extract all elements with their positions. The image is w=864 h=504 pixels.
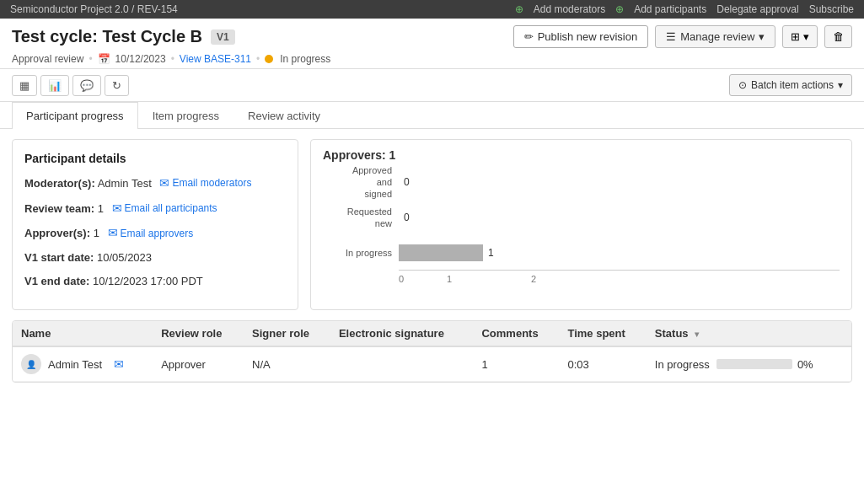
status-dot bbox=[265, 55, 273, 63]
breadcrumb: Semiconductor Project 2.0 / REV-154 bbox=[10, 3, 178, 15]
status-text: In progress bbox=[280, 53, 330, 65]
cell-review-role: Approver bbox=[153, 346, 244, 382]
bar-row-3: In progress 1 bbox=[399, 244, 814, 261]
batch-actions-button[interactable]: ⊙ Batch item actions ▾ bbox=[729, 74, 852, 96]
base-link[interactable]: View BASE-311 bbox=[180, 53, 251, 65]
chevron-down-icon-3: ▾ bbox=[838, 79, 843, 91]
comment-icon: 💬 bbox=[80, 79, 94, 92]
topbar: Semiconductor Project 2.0 / REV-154 ⊕ Ad… bbox=[0, 0, 864, 19]
v1-end-row: V1 end date: 10/12/2023 17:00 PDT bbox=[24, 274, 286, 289]
bar-fill-3 bbox=[399, 244, 483, 261]
view-chart-button[interactable]: 📊 bbox=[40, 75, 69, 96]
v1-start-label: V1 start date: bbox=[24, 251, 94, 264]
tab-item-progress[interactable]: Item progress bbox=[138, 102, 233, 129]
chart-title: Approvers: 1 bbox=[323, 148, 840, 162]
bar-value-1: 0 bbox=[404, 176, 410, 188]
email-icon-3: ✉ bbox=[108, 225, 118, 242]
participant-details-card: Participant details Moderator(s): Admin … bbox=[12, 139, 298, 310]
header: Test cycle: Test Cycle B V1 ✏ Publish ne… bbox=[0, 19, 864, 69]
calendar-icon: 📅 bbox=[98, 53, 110, 65]
table-icon: ▦ bbox=[19, 79, 30, 92]
refresh-icon: ↻ bbox=[112, 79, 121, 92]
bar-wrap-2: 0 bbox=[399, 209, 814, 226]
tab-review-activity[interactable]: Review activity bbox=[233, 102, 335, 129]
user-cell: 👤 Admin Test ✉ bbox=[21, 354, 144, 374]
bar-label-1: Approvedandsigned bbox=[323, 164, 392, 201]
approver-label: Approver(s): bbox=[24, 227, 90, 239]
subscribe-link[interactable]: Subscribe bbox=[809, 3, 854, 15]
table: Name Review role Signer role Electronic … bbox=[13, 321, 851, 382]
email-icon-2: ✉ bbox=[112, 201, 122, 217]
meta-date: 10/12/2023 bbox=[115, 53, 166, 65]
user-icon: 👤 bbox=[26, 360, 36, 369]
col-time-spent: Time spent bbox=[559, 321, 646, 346]
table-header: Name Review role Signer role Electronic … bbox=[13, 321, 851, 346]
page-title: Test cycle: Test Cycle B bbox=[12, 27, 202, 46]
cards-row: Participant details Moderator(s): Admin … bbox=[12, 139, 852, 310]
cell-status: In progress 0% bbox=[647, 346, 851, 382]
avatar: 👤 bbox=[21, 354, 41, 374]
manage-review-button[interactable]: ☰ Manage review ▾ bbox=[655, 25, 775, 48]
pencil-icon: ✏ bbox=[524, 30, 534, 43]
table-body: 👤 Admin Test ✉ Approver N/A 1 0:03 In pr… bbox=[13, 346, 851, 382]
moderator-row: Moderator(s): Admin Test ✉ Email moderat… bbox=[24, 175, 286, 192]
main-content: Participant details Moderator(s): Admin … bbox=[0, 129, 864, 504]
meta-separator-1: • bbox=[89, 53, 92, 65]
email-moderators-link[interactable]: ✉ Email moderators bbox=[159, 175, 251, 192]
progress-bar-wrap: 0% bbox=[716, 358, 813, 371]
view-comments-button[interactable]: 💬 bbox=[72, 75, 101, 96]
export-button[interactable]: ⊞ ▾ bbox=[782, 25, 818, 48]
v1-start-value: 10/05/2023 bbox=[97, 251, 152, 264]
meta-separator-3: • bbox=[256, 53, 260, 65]
email-icon: ✉ bbox=[159, 175, 169, 192]
moderator-value: Admin Test bbox=[98, 177, 152, 190]
email-approvers-link[interactable]: ✉ Email approvers bbox=[108, 225, 194, 242]
add-participants-link[interactable]: Add participants bbox=[634, 3, 706, 15]
approver-value: 1 bbox=[94, 227, 99, 239]
col-signer-role: Signer role bbox=[244, 321, 330, 346]
cell-electronic-sig bbox=[330, 346, 474, 382]
list-icon: ☰ bbox=[666, 30, 676, 43]
meta-separator-2: • bbox=[171, 53, 174, 65]
moderator-label: Moderator(s): bbox=[24, 177, 95, 190]
breadcrumb-area: Semiconductor Project 2.0 / REV-154 bbox=[10, 3, 178, 15]
review-team-value: 1 bbox=[98, 202, 104, 215]
chevron-down-icon: ▾ bbox=[759, 30, 765, 43]
bar-chart-icon: 📊 bbox=[48, 79, 62, 92]
plus-icon: ⊕ bbox=[515, 3, 523, 15]
add-moderators-link[interactable]: Add moderators bbox=[534, 3, 605, 15]
bar-chart: Approvedandsigned 0 Requestednew 0 bbox=[323, 174, 840, 261]
bar-row-1: Approvedandsigned 0 bbox=[399, 174, 814, 190]
approvers-chart-card: Approvers: 1 Approvedandsigned 0 Request… bbox=[310, 139, 852, 310]
check-circle-icon: ⊙ bbox=[738, 79, 747, 91]
bar-wrap-3: 1 bbox=[399, 244, 814, 261]
bar-label-2: Requestednew bbox=[323, 206, 392, 230]
tab-participant-progress[interactable]: Participant progress bbox=[12, 102, 138, 129]
delegate-approval-link[interactable]: Delegate approval bbox=[716, 3, 798, 15]
col-name: Name bbox=[13, 321, 153, 346]
table-row: 👤 Admin Test ✉ Approver N/A 1 0:03 In pr… bbox=[13, 346, 851, 382]
email-all-participants-link[interactable]: ✉ Email all participants bbox=[112, 201, 217, 217]
publish-revision-button[interactable]: ✏ Publish new revision bbox=[513, 25, 649, 48]
export-icon: ⊞ bbox=[791, 30, 800, 43]
delete-button[interactable]: 🗑 bbox=[824, 25, 852, 48]
review-team-row: Review team: 1 ✉ Email all participants bbox=[24, 201, 286, 217]
chart-axis: 0 1 2 bbox=[399, 270, 840, 284]
refresh-button[interactable]: ↻ bbox=[105, 75, 129, 96]
toolbar-right: ⊙ Batch item actions ▾ bbox=[729, 74, 852, 96]
col-comments: Comments bbox=[473, 321, 559, 346]
chart-area: Approvedandsigned 0 Requestednew 0 bbox=[323, 174, 840, 284]
approver-row: Approver(s): 1 ✉ Email approvers bbox=[24, 225, 286, 242]
header-actions: ✏ Publish new revision ☰ Manage review ▾… bbox=[513, 25, 852, 48]
plus-icon-2: ⊕ bbox=[615, 3, 624, 15]
review-team-label: Review team: bbox=[24, 202, 94, 215]
bar-label-3: In progress bbox=[323, 247, 392, 259]
view-table-button[interactable]: ▦ bbox=[12, 75, 37, 96]
bar-value-3: 1 bbox=[488, 247, 494, 259]
toolbar-left: ▦ 📊 💬 ↻ bbox=[12, 75, 129, 96]
bar-value-2: 0 bbox=[404, 212, 410, 223]
version-badge: V1 bbox=[211, 29, 235, 45]
email-user-icon[interactable]: ✉ bbox=[114, 357, 124, 371]
progress-bar-bg bbox=[716, 359, 792, 369]
bar-wrap-1: 0 bbox=[399, 174, 814, 190]
